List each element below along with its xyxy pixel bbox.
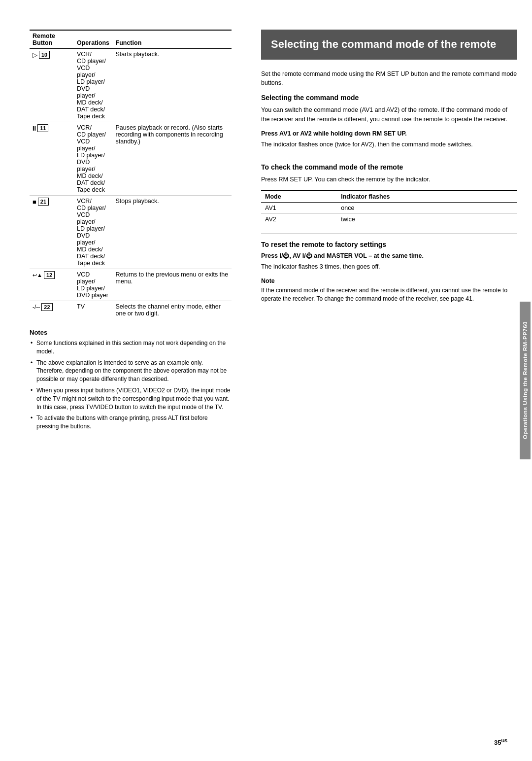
function-cell: Starts playback. <box>113 49 232 122</box>
col-header-operations: Operations <box>74 30 113 49</box>
operations-cell: VCR/CD player/VCD player/LD player/DVD p… <box>74 49 113 122</box>
sidebar-label: Operations Using the Remote RM-PP760 <box>522 321 528 439</box>
button-cell: ■ 21 <box>30 196 74 269</box>
note-box: Note If the command mode of the receiver… <box>261 277 517 303</box>
remote-table: Remote Button Operations Function ▷ 10 V <box>30 30 232 319</box>
page: Remote Button Operations Function ▷ 10 V <box>0 0 532 761</box>
table-row: ↩▲ 12 VCD player/LD player/DVD player Re… <box>30 269 232 301</box>
function-cell: Pauses playback or record. (Also starts … <box>113 122 232 196</box>
section-reset: To reset the remote to factory settings … <box>261 241 517 272</box>
table-row: ■ 21 VCR/CD player/VCD player/LD player/… <box>30 196 232 269</box>
divider <box>261 233 517 234</box>
play-icon: ▷ <box>33 51 37 59</box>
button-cell: ↩▲ 12 <box>30 269 74 301</box>
mode-cell: AV2 <box>261 214 337 225</box>
mode-cell: AV1 <box>261 203 337 214</box>
list-item: When you press input buttons (VIDEO1, VI… <box>30 386 232 411</box>
section-heading-1: Selecting the command mode <box>261 94 517 102</box>
button-number: 11 <box>37 124 48 132</box>
indicator-col-flashes: Indicator flashes <box>337 191 517 203</box>
stop-button-symbol: ■ 21 <box>33 198 49 206</box>
button-number: 12 <box>44 271 55 279</box>
section3-instruction-bold: Press I/⏻, AV I/⏻ and MASTER VOL – at th… <box>261 252 517 259</box>
channel-icon: -/-- <box>33 304 40 311</box>
section1-body: You can switch the command mode (AV1 and… <box>261 105 517 124</box>
indicator-row: AV2 twice <box>261 214 517 225</box>
section1-instruction-body: The indicator flashes once (twice for AV… <box>261 140 517 149</box>
table-row: ▷ 10 VCR/CD player/VCD player/LD player/… <box>30 49 232 122</box>
button-number: 21 <box>38 198 49 206</box>
col-header-function: Function <box>113 30 232 49</box>
table-row: II 11 VCR/CD player/VCD player/LD player… <box>30 122 232 196</box>
function-cell: Returns to the previous menu or exits th… <box>113 269 232 301</box>
channel-button-symbol: -/-- 22 <box>33 303 53 311</box>
operations-cell: VCD player/LD player/DVD player <box>74 269 113 301</box>
indicator-table: Mode Indicator flashes AV1 once AV2 twic… <box>261 190 517 225</box>
pause-icon: II <box>33 125 36 132</box>
left-column: Remote Button Operations Function ▷ 10 V <box>0 30 246 731</box>
notes-list: Some functions explained in this section… <box>30 339 232 431</box>
page-number: 35US <box>494 738 507 746</box>
function-cell: Selects the channel entry mode, either o… <box>113 301 232 319</box>
button-number: 22 <box>41 303 52 311</box>
list-item: The above explanation is intended to ser… <box>30 359 232 383</box>
section3-instruction-body: The indicator flashes 3 times, then goes… <box>261 262 517 272</box>
button-number: 10 <box>39 51 50 59</box>
sidebar-tab: Operations Using the Remote RM-PP760 <box>518 0 532 761</box>
pause-button-symbol: II 11 <box>33 124 48 132</box>
section2-body: Press RM SET UP. You can check the remot… <box>261 175 517 184</box>
section-check-mode: To check the command mode of the remote … <box>261 163 517 225</box>
flashes-cell: twice <box>337 214 517 225</box>
section-heading-3: To reset the remote to factory settings <box>261 241 517 248</box>
right-column: Selecting the command mode of the remote… <box>246 30 532 731</box>
section-command-mode: Selecting the command mode You can switc… <box>261 94 517 149</box>
menu-button-symbol: ↩▲ 12 <box>33 271 55 279</box>
flashes-cell: once <box>337 203 517 214</box>
button-cell: -/-- 22 <box>30 301 74 319</box>
title-box: Selecting the command mode of the remote <box>261 30 517 60</box>
divider <box>261 156 517 156</box>
list-item: Some functions explained in this section… <box>30 339 232 356</box>
section1-instruction-bold: Press AV1 or AV2 while holding down RM S… <box>261 130 517 137</box>
indicator-col-mode: Mode <box>261 191 337 203</box>
note-title: Note <box>261 277 517 284</box>
indicator-row: AV1 once <box>261 203 517 214</box>
list-item: To activate the buttons with orange prin… <box>30 414 232 431</box>
note-body: If the command mode of the receiver and … <box>261 286 517 303</box>
button-cell: II 11 <box>30 122 74 196</box>
page-title: Selecting the command mode of the remote <box>271 37 507 52</box>
stop-icon: ■ <box>33 198 36 206</box>
operations-cell: VCR/CD player/VCD player/LD player/DVD p… <box>74 122 113 196</box>
section-heading-2: To check the command mode of the remote <box>261 163 517 171</box>
operations-cell: TV <box>74 301 113 319</box>
operations-cell: VCR/CD player/VCD player/LD player/DVD p… <box>74 196 113 269</box>
col-header-button: Remote Button <box>30 30 74 49</box>
table-row: -/-- 22 TV Selects the channel entry mod… <box>30 301 232 319</box>
button-cell: ▷ 10 <box>30 49 74 122</box>
intro-text: Set the remote command mode using the RM… <box>261 69 517 88</box>
sidebar-tab-inner: Operations Using the Remote RM-PP760 <box>520 302 531 459</box>
menu-icon: ↩▲ <box>33 272 42 278</box>
notes-section: Notes Some functions explained in this s… <box>30 329 232 431</box>
play-button-symbol: ▷ 10 <box>33 51 50 59</box>
notes-title: Notes <box>30 329 232 336</box>
function-cell: Stops playback. <box>113 196 232 269</box>
